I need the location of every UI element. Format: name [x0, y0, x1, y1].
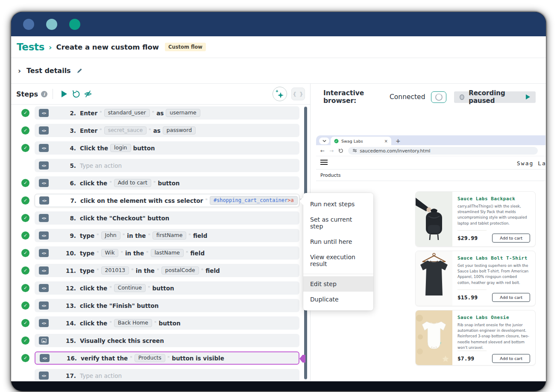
- step-item[interactable]: <>10.type"Wik"in the"lastName"field: [35, 246, 299, 260]
- step-item[interactable]: <>6.click the"Add to cart"button: [35, 176, 299, 190]
- step-number: 16.: [64, 355, 77, 362]
- test-details-expand-chevron-icon[interactable]: ›: [18, 67, 21, 75]
- step-row: ✓<>2.Enter"standard_user"asusername: [21, 106, 310, 120]
- forward-icon: →: [329, 148, 334, 154]
- tab-close-icon[interactable]: ×: [384, 139, 388, 143]
- play-icon: [62, 91, 67, 97]
- info-icon[interactable]: i: [41, 91, 47, 97]
- hamburger-menu-icon[interactable]: [320, 160, 328, 166]
- product-title[interactable]: Sauce Labs Bolt T-Shirt: [457, 255, 530, 261]
- steps-panel: Steps i: [11, 84, 311, 381]
- spinner-icon: [435, 94, 443, 101]
- step-success-icon: ✓: [21, 109, 29, 117]
- step-text-fragment: ": [167, 355, 170, 361]
- step-item[interactable]: <>11.type"201013"in the"postalCode"field: [35, 264, 299, 277]
- url-bar[interactable]: saucedemo.com/inventory.html: [348, 147, 538, 155]
- menu-divider: [303, 274, 373, 274]
- test-details-bar: › Test details: [11, 58, 546, 84]
- step-text-fragment: as: [156, 110, 164, 117]
- code-step-icon: <>: [40, 354, 50, 362]
- swag-labs-favicon: [334, 139, 339, 143]
- window-dot-green[interactable]: [69, 19, 80, 30]
- product-title[interactable]: Sauce Labs Onesie: [457, 315, 530, 320]
- step-text-fragment: ": [109, 320, 112, 326]
- step-text: type"John"in the"firstName"field: [80, 231, 207, 240]
- step-text-fragment: ": [97, 268, 99, 274]
- value-chip: Continue: [114, 284, 146, 293]
- step-item[interactable]: <>8.click the "Checkout" button: [35, 211, 299, 225]
- reload-icon[interactable]: [338, 148, 343, 153]
- step-text-fragment: type: [80, 232, 94, 239]
- steps-list: ✓<>2.Enter"standard_user"asusername✓<>3.…: [11, 105, 310, 381]
- step-row: ✓<>16.verify that the"Products"button is…: [21, 351, 310, 365]
- value-chip: secret_sauce: [104, 126, 147, 135]
- value-chip: firstName: [152, 231, 186, 240]
- code-step-icon: <>: [39, 284, 49, 292]
- step-item[interactable]: <>14.click the"Back Home"button: [35, 316, 299, 330]
- tab-search-chevron-icon[interactable]: [319, 137, 329, 144]
- step-item[interactable]: <>13.click the "Finish" button: [35, 299, 299, 312]
- step-text-fragment: ": [130, 355, 132, 361]
- add-to-cart-button[interactable]: Add to cart: [492, 234, 530, 243]
- step-item[interactable]: <>5.Type an action: [35, 159, 299, 172]
- value-chip: password: [163, 126, 196, 135]
- product-title[interactable]: Sauce Labs Backpack: [457, 196, 530, 202]
- step-success-icon: ✓: [21, 354, 29, 362]
- step-text-fragment: ": [97, 233, 99, 239]
- step-text-fragment: ": [154, 320, 157, 326]
- step-success-icon: ✓: [21, 266, 29, 275]
- step-number: 7.: [64, 197, 76, 204]
- step-text-fragment: Enter: [80, 110, 97, 117]
- breadcrumb-tests-link[interactable]: Tests: [17, 41, 44, 53]
- recording-paused-button[interactable]: Recording paused: [454, 91, 536, 103]
- new-tab-icon[interactable]: +: [396, 137, 401, 144]
- step-item[interactable]: <>7.click on the element with css select…: [35, 194, 299, 207]
- step-item[interactable]: <>16.verify that the"Products"button is …: [35, 351, 299, 365]
- product-image-onesie: [416, 310, 452, 365]
- menu-item-edit-step[interactable]: Edit step: [303, 276, 373, 292]
- steps-title: Steps: [16, 90, 38, 98]
- step-item[interactable]: <>2.Enter"standard_user"asusername: [35, 106, 299, 120]
- ai-sparkle-button[interactable]: [273, 87, 287, 101]
- step-text-fragment: type: [80, 267, 94, 274]
- window-dot-blue[interactable]: [23, 19, 34, 30]
- back-icon[interactable]: ←: [320, 148, 325, 154]
- browser-toolbar: ← →: [316, 145, 545, 156]
- product-card: Sauce Labs OnesieRib snap infant onesie …: [415, 310, 536, 366]
- menu-item-duplicate[interactable]: Duplicate: [303, 292, 373, 307]
- restart-button[interactable]: [70, 88, 82, 100]
- step-success-icon: ✓: [21, 196, 29, 205]
- menu-item-set-as-current-step[interactable]: Set as current step: [303, 212, 373, 234]
- step-success-icon: ✓: [21, 144, 29, 152]
- menu-item-run-next-steps[interactable]: Run next steps: [303, 196, 373, 212]
- step-text-fragment: button: [152, 285, 174, 292]
- menu-item-view-execution-result[interactable]: View execution result: [303, 249, 373, 272]
- code-step-icon: <>: [39, 249, 49, 257]
- browser-toggle-button[interactable]: [431, 91, 446, 103]
- step-item[interactable]: <>4.Click theloginbutton: [35, 141, 299, 155]
- step-item[interactable]: 15.Visually check this screen: [35, 334, 299, 347]
- context-menu-tail-icon: [299, 197, 303, 205]
- step-item[interactable]: <>17.Type an action: [35, 369, 299, 381]
- add-to-cart-button[interactable]: Add to cart: [492, 293, 530, 302]
- step-item[interactable]: <>9.type"John"in the"firstName"field: [35, 229, 299, 242]
- header-divider: [53, 89, 53, 99]
- step-row: ✓<>12.click the"Continue"button: [21, 281, 310, 295]
- product-footer: $15.99Add to cart: [457, 290, 530, 302]
- code-step-icon: <>: [39, 319, 49, 327]
- step-text: type"Wik"in the"lastName"field: [80, 249, 205, 257]
- run-steps-button[interactable]: [58, 88, 70, 100]
- step-item[interactable]: <>12.click the"Continue"button: [35, 281, 299, 295]
- browser-tab-swag-labs[interactable]: Swag Labs ×: [331, 137, 391, 145]
- menu-item-run-until-here[interactable]: Run until here: [303, 234, 373, 249]
- window-dot-teal[interactable]: [46, 19, 57, 30]
- code-view-button[interactable]: { }: [291, 88, 305, 100]
- add-to-cart-button[interactable]: Add to cart: [492, 354, 530, 363]
- product-description: Rib snap infant onesie for the junior au…: [457, 322, 530, 351]
- step-item[interactable]: <>3.Enter"secret_sauce"aspassword: [35, 124, 299, 137]
- value-chip: Products: [135, 354, 165, 363]
- edit-pencil-icon[interactable]: [76, 67, 83, 74]
- tab-title: Swag Labs: [341, 139, 382, 143]
- disable-watch-button[interactable]: [82, 88, 94, 100]
- step-success-icon: ✓: [21, 231, 29, 240]
